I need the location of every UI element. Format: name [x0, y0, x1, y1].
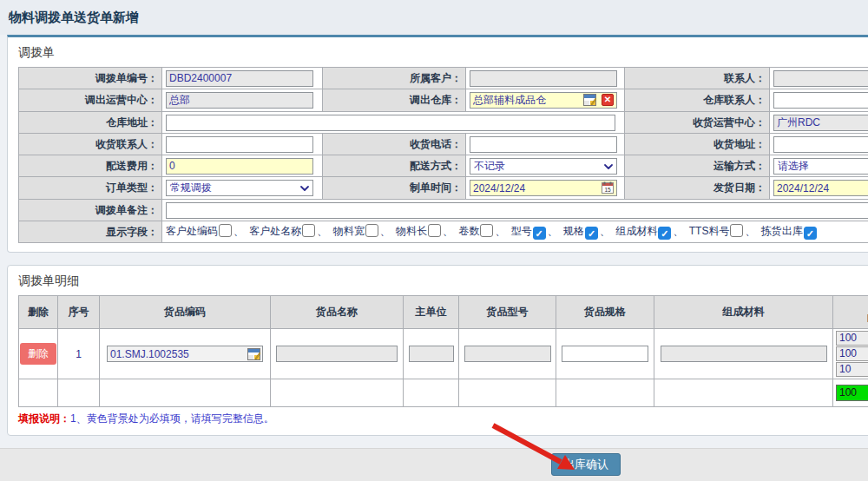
option-separator: 、: [380, 225, 391, 237]
row-seq: 1: [58, 329, 100, 379]
option-label: 型号: [511, 225, 532, 237]
checkbox-customer-code[interactable]: [219, 224, 232, 237]
label-out-warehouse: 调出仓库：: [323, 89, 466, 112]
option-separator: 、: [673, 225, 683, 237]
label-delivery-method: 配送方式：: [323, 155, 466, 177]
label-receive-contact: 收货联系人：: [19, 134, 162, 155]
order-no-field[interactable]: [166, 70, 313, 87]
option-separator: 、: [745, 225, 755, 237]
order-type-value: 常规调拨: [170, 181, 212, 194]
detail-header-row: 删除 序号 货品编码 货品名称 主单位 货品型号 货品规格 组成材料 数量 M2…: [19, 296, 868, 329]
col-seq: 序号: [58, 296, 100, 329]
outbound-confirm-button[interactable]: 出库确认: [551, 453, 621, 476]
form-row: 调拨单备注：: [19, 200, 868, 221]
col-delete: 删除: [19, 296, 58, 329]
form-row: 显示字段： 客户处编码、 客户处名称、 物料宽、 物料长、 卷数、 型号、 规格…: [19, 221, 868, 243]
col-spec: 货品规格: [556, 296, 654, 329]
checkbox-pick-outbound[interactable]: [804, 227, 817, 240]
title-bar: 物料调拨单送货单新增: [0, 0, 868, 35]
option-label: 客户处名称: [249, 225, 301, 237]
option-label: 拣货出库: [761, 225, 803, 237]
form-row: 收货联系人： 收货电话： 收货地址：: [19, 134, 868, 155]
option-separator: 、: [317, 225, 327, 237]
item-name-field[interactable]: [276, 346, 398, 362]
option-label: 规格: [563, 225, 584, 237]
lookup-icon[interactable]: [247, 348, 260, 363]
order-type-select[interactable]: 常规调拨: [166, 180, 313, 196]
option-separator: 、: [233, 225, 244, 237]
transport-method-value: 请选择: [778, 160, 809, 172]
model-field[interactable]: [464, 346, 551, 362]
label-contact: 联系人：: [625, 68, 770, 89]
qty-box-3: 10: [836, 362, 868, 377]
label-out-center: 调出运营中心：: [19, 89, 162, 112]
option-label: 物料宽: [333, 225, 365, 237]
label-transport-method: 运输方式：: [625, 155, 770, 177]
out-center-field[interactable]: [166, 92, 313, 109]
note-text: 1、黄色背景处为必填项，请填写完整信息。: [70, 412, 274, 425]
ship-date-field[interactable]: [773, 180, 868, 196]
page-title: 物料调拨单送货单新增: [9, 10, 139, 26]
col-qty: 数量 M2数: [833, 296, 868, 329]
detail-row-empty: 100: [19, 379, 868, 407]
unit-field[interactable]: [409, 346, 454, 362]
label-order-no: 调拨单编号：: [19, 68, 162, 89]
checkbox-spec[interactable]: [585, 227, 598, 240]
note-label: 填报说明：: [18, 412, 70, 425]
col-model: 货品型号: [459, 296, 556, 329]
checkbox-customer-name[interactable]: [302, 224, 315, 237]
chevron-down-icon: [603, 161, 614, 175]
section-title-transfer-order: 调拨单: [8, 37, 868, 67]
contact-field[interactable]: [773, 70, 868, 87]
label-display-fields: 显示字段：: [19, 221, 162, 243]
calendar-icon[interactable]: 15: [602, 181, 614, 196]
checkbox-material-width[interactable]: [365, 224, 378, 237]
col-material: 组成材料: [654, 296, 833, 329]
checkbox-model[interactable]: [533, 227, 546, 240]
option-label: 物料长: [396, 225, 427, 237]
receive-address-field[interactable]: [773, 136, 868, 153]
clear-icon[interactable]: ✕: [602, 94, 614, 106]
lookup-icon[interactable]: [583, 94, 596, 109]
qty-header-line1: 数量: [834, 300, 868, 313]
warehouse-address-field[interactable]: [166, 115, 615, 131]
col-unit: 主单位: [404, 296, 459, 329]
chevron-down-icon: [299, 183, 310, 196]
receive-center-field[interactable]: [773, 115, 868, 131]
item-code-field[interactable]: [107, 346, 263, 362]
fill-instructions: 填报说明：1、黄色背景处为必填项，请填写完整信息。: [18, 412, 868, 426]
checkbox-material-length[interactable]: [428, 224, 441, 237]
label-order-type: 订单类型：: [19, 177, 162, 200]
form-row: 仓库地址： 收货运营中心：: [19, 112, 868, 134]
option-label: 客户处编码: [166, 225, 218, 237]
option-separator: 、: [600, 225, 610, 237]
qty-box-green[interactable]: 100: [836, 385, 868, 401]
detail-table: 删除 序号 货品编码 货品名称 主单位 货品型号 货品规格 组成材料 数量 M2…: [18, 295, 868, 407]
label-receive-phone: 收货电话：: [323, 134, 466, 155]
checkbox-tts-no[interactable]: [730, 224, 743, 237]
remark-field[interactable]: [166, 202, 868, 219]
section-title-detail: 调拨单明细: [8, 266, 868, 295]
receive-phone-field[interactable]: [470, 136, 617, 153]
spec-field[interactable]: [562, 346, 648, 362]
transfer-detail-panel: 调拨单明细 删除 序号 货品编码 货品名称 主单位 货品型号 货品规格 组成材料…: [7, 265, 868, 436]
col-item-code: 货品编码: [100, 296, 271, 329]
transport-method-select[interactable]: 请选择: [773, 158, 868, 175]
material-field[interactable]: [661, 346, 827, 362]
checkbox-roll-count[interactable]: [480, 224, 493, 237]
delivery-method-select[interactable]: 不记录: [470, 158, 617, 175]
label-delivery-fee: 配送费用：: [19, 155, 162, 177]
customer-field[interactable]: [470, 70, 617, 87]
label-warehouse-address: 仓库地址：: [19, 112, 162, 134]
checkbox-material-composition[interactable]: [658, 227, 671, 240]
col-item-name: 货品名称: [271, 296, 404, 329]
delivery-fee-field[interactable]: [166, 158, 313, 175]
option-label: TTS料号: [689, 225, 730, 237]
receive-contact-field[interactable]: [166, 136, 313, 153]
warehouse-contact-field[interactable]: [773, 92, 868, 109]
form-row: 调出运营中心： 调出仓库： ✕ 仓库联系人：: [19, 89, 868, 112]
delete-row-button[interactable]: 删除: [20, 343, 56, 365]
form-row: 调拨单编号： 所属客户： 联系人：: [19, 68, 868, 89]
display-fields-options: 客户处编码、 客户处名称、 物料宽、 物料长、 卷数、 型号、 规格、 组成材料…: [162, 221, 868, 243]
create-time-field[interactable]: [470, 180, 617, 196]
